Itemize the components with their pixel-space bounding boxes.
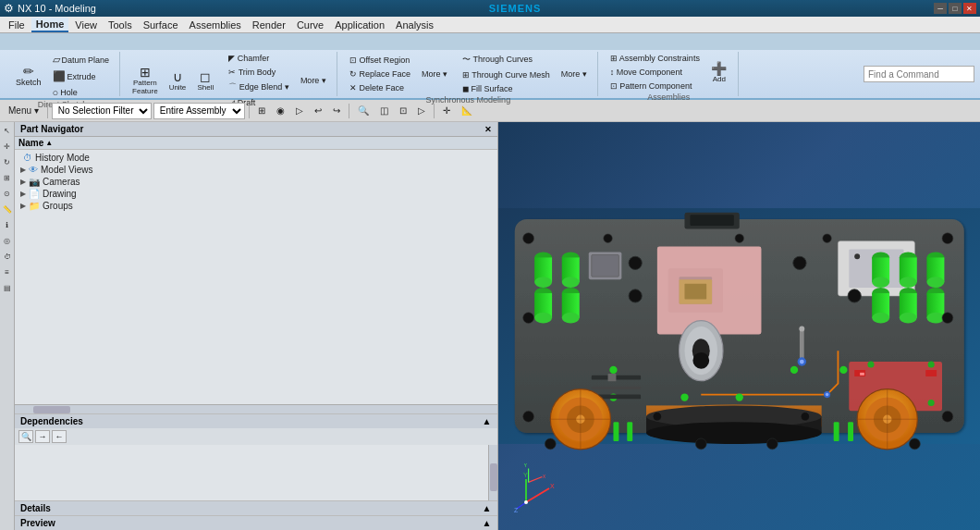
- sort-icon: ▲: [45, 139, 53, 147]
- svg-rect-90: [848, 422, 853, 441]
- tree-area: ⏱ History Mode ▶ 👁 Model Views ▶ 📷 Camer…: [15, 150, 497, 404]
- tb-btn-1[interactable]: ⊞: [253, 104, 270, 117]
- tree-item-groups[interactable]: ▶ 📁 Groups: [17, 200, 496, 212]
- app-icon: ⚙: [4, 2, 14, 15]
- scrollbar-thumb-h[interactable]: [33, 406, 70, 413]
- tb-btn-zoom[interactable]: 🔍: [353, 104, 374, 117]
- svg-point-24: [561, 313, 579, 324]
- ribbon-btn-assembly-constraints[interactable]: ⊞ Assembly Constraints: [606, 52, 704, 65]
- menu-render[interactable]: Render: [248, 18, 290, 31]
- ribbon: ✏ Sketch ▱ Datum Plane ⬛ Extrude ○: [0, 33, 980, 100]
- svg-point-108: [766, 438, 778, 450]
- left-tools: ↖ ✛ ↻ ⊞ ⊙ 📏 ℹ ◎ ⏱ ≡ ▤: [0, 122, 15, 530]
- close-button[interactable]: ✕: [963, 3, 976, 14]
- svg-point-109: [909, 438, 920, 450]
- scrollbar-v-dep[interactable]: [488, 445, 497, 500]
- dep-btn-3[interactable]: ←: [52, 430, 67, 443]
- dep-btn-1[interactable]: 🔍: [18, 430, 33, 443]
- ribbon-btn-unite[interactable]: ∪ Unite: [165, 68, 191, 94]
- svg-point-61: [735, 393, 742, 401]
- tb-btn-view3[interactable]: ▷: [413, 104, 430, 117]
- ribbon-btn-more-sync[interactable]: More ▾: [417, 67, 452, 81]
- tree-item-drawing[interactable]: ▶ 📄 Drawing: [17, 188, 496, 200]
- ribbon-btn-through-curves[interactable]: 〜 Through Curves: [458, 52, 555, 68]
- menu-file[interactable]: File: [4, 18, 30, 31]
- tool-measure[interactable]: 📏: [1, 203, 14, 216]
- arrow-icon-grp: ▶: [20, 202, 26, 210]
- tool-filter[interactable]: ▤: [1, 281, 14, 294]
- tb-btn-3[interactable]: ▷: [291, 104, 308, 117]
- dependencies-header[interactable]: Dependencies ▲: [15, 414, 497, 428]
- ribbon-btn-delete[interactable]: ✕ Delete Face: [345, 81, 415, 94]
- menu-analysis[interactable]: Analysis: [391, 18, 438, 31]
- svg-point-18: [561, 277, 579, 288]
- menu-dropdown-btn[interactable]: Menu ▾: [4, 104, 43, 117]
- ribbon-btn-move-component[interactable]: ↕ Move Component: [606, 66, 704, 79]
- tb-btn-undo[interactable]: ↩: [310, 104, 326, 117]
- groups-label: Groups: [43, 201, 73, 211]
- tb-btn-view1[interactable]: ◫: [375, 104, 393, 117]
- maximize-button[interactable]: □: [949, 3, 962, 14]
- ribbon-btn-more-feature[interactable]: More ▾: [296, 73, 331, 88]
- ribbon-btn-edge-blend[interactable]: ⌒ Edge Blend ▾: [224, 80, 294, 95]
- menu-home[interactable]: Home: [31, 18, 69, 32]
- menu-view[interactable]: View: [70, 18, 102, 31]
- ribbon-btn-replace[interactable]: ↻ Replace Face: [345, 68, 415, 80]
- menu-tools[interactable]: Tools: [104, 18, 137, 31]
- selection-filter[interactable]: No Selection Filter: [52, 103, 152, 119]
- ribbon-btn-hole[interactable]: ○ Hole: [48, 85, 115, 100]
- viewport[interactable]: Y X X Y Z: [498, 122, 981, 530]
- ribbon-btn-sketch[interactable]: ✏ Sketch: [11, 62, 46, 90]
- svg-rect-89: [833, 422, 839, 441]
- dependencies-section: Dependencies ▲ 🔍 → ←: [15, 413, 497, 500]
- tree-item-history[interactable]: ⏱ History Mode: [17, 152, 496, 164]
- tb-btn-measure[interactable]: 📐: [457, 104, 477, 117]
- tb-btn-snap[interactable]: ✛: [438, 104, 455, 117]
- tree-item-model-views[interactable]: ▶ 👁 Model Views: [17, 164, 496, 176]
- assembly-filter[interactable]: Entire Assembly: [153, 103, 245, 119]
- ribbon-btn-fill[interactable]: ◼ Fill Surface: [458, 82, 555, 95]
- svg-point-124: [524, 500, 528, 504]
- model-3d-view: Y X: [498, 122, 981, 530]
- tool-select[interactable]: ↖: [1, 124, 14, 137]
- tree-item-cameras[interactable]: ▶ 📷 Cameras: [17, 176, 496, 188]
- ribbon-btn-datum-plane[interactable]: ▱ Datum Plane: [48, 52, 115, 68]
- menu-surface[interactable]: Surface: [139, 18, 183, 31]
- ribbon-btn-offset[interactable]: ⊡ Offset Region: [345, 54, 415, 67]
- menu-assemblies[interactable]: Assemblies: [185, 18, 246, 31]
- tb-btn-redo[interactable]: ↪: [328, 104, 345, 117]
- tool-snap[interactable]: ⊙: [1, 187, 14, 200]
- preview-header[interactable]: Preview ▲: [15, 516, 497, 530]
- command-search[interactable]: [864, 66, 974, 82]
- minimize-button[interactable]: ─: [934, 3, 947, 14]
- tool-time[interactable]: ⏱: [1, 250, 14, 263]
- ribbon-btn-pattern[interactable]: ⊞ Pattern Feature: [128, 63, 163, 98]
- tool-layer[interactable]: ≡: [1, 265, 14, 278]
- ribbon-btn-pattern-component[interactable]: ⊡ Pattern Component: [606, 80, 704, 92]
- svg-point-101: [801, 413, 809, 421]
- ribbon-group-feature: ⊞ Pattern Feature ∪ Unite ◻ Shell ◤ Cham…: [122, 52, 337, 96]
- tool-scale[interactable]: ⊞: [1, 171, 14, 184]
- views-icon: 👁: [29, 165, 38, 175]
- tb-btn-view2[interactable]: ⊡: [395, 104, 411, 117]
- ribbon-btn-extrude[interactable]: ⬛ Extrude: [48, 68, 115, 84]
- ribbon-btn-shell[interactable]: ◻ Shell: [192, 68, 218, 94]
- ribbon-btn-chamfer[interactable]: ◤ Chamfer: [224, 52, 294, 65]
- svg-point-57: [867, 361, 874, 367]
- tb-btn-2[interactable]: ◉: [272, 104, 289, 117]
- ribbon-btn-more-surface[interactable]: More ▾: [557, 67, 592, 81]
- tool-rotate[interactable]: ↻: [1, 155, 14, 168]
- ribbon-btn-curve-mesh[interactable]: ⊞ Through Curve Mesh: [458, 68, 555, 81]
- details-header[interactable]: Details ▲: [15, 501, 497, 515]
- tool-move[interactable]: ✛: [1, 140, 14, 153]
- menu-curve[interactable]: Curve: [292, 18, 328, 31]
- menu-application[interactable]: Application: [330, 18, 389, 31]
- dep-btn-2[interactable]: →: [35, 430, 50, 443]
- ribbon-btn-trim[interactable]: ✂ Trim Body: [224, 66, 294, 79]
- tool-analysis[interactable]: ◎: [1, 234, 14, 247]
- scrollbar-horizontal[interactable]: [15, 404, 497, 413]
- scrollbar-thumb-dep[interactable]: [490, 463, 497, 491]
- ribbon-btn-add[interactable]: ➕ Add: [706, 59, 732, 86]
- tool-info[interactable]: ℹ: [1, 218, 14, 231]
- panel-close-btn[interactable]: ✕: [484, 125, 492, 134]
